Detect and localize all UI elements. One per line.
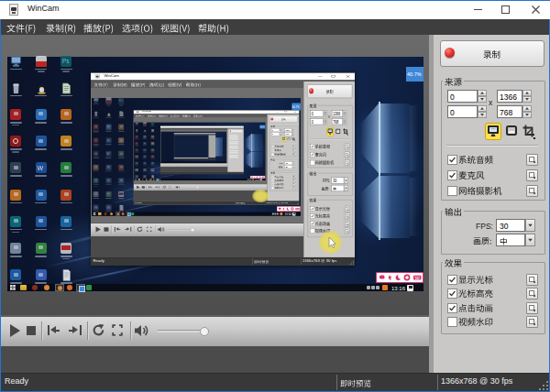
svg-text:13:16: 13:16: [255, 179, 259, 180]
svg-text:13:16: 13:16: [284, 212, 292, 216]
svg-text:13:16: 13:16: [391, 286, 406, 291]
